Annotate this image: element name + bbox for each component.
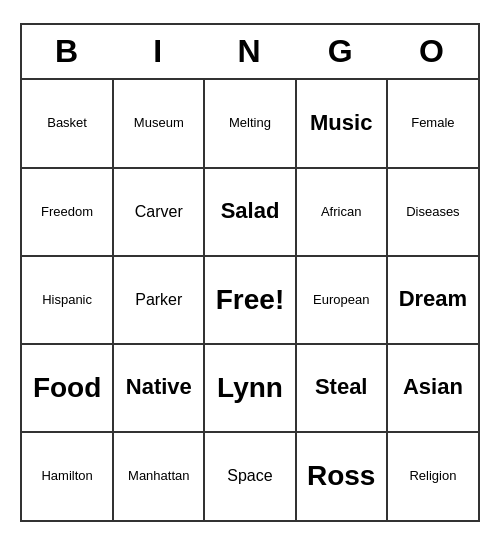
bingo-cell[interactable]: Space [204,432,295,520]
header-letter: N [204,25,295,78]
bingo-cell[interactable]: Salad [204,168,295,256]
bingo-cell[interactable]: Basket [22,80,113,168]
bingo-cell[interactable]: Carver [113,168,204,256]
cell-text: Freedom [41,204,93,220]
cell-text: Parker [135,290,182,309]
cell-text: Music [310,110,372,136]
bingo-cell[interactable]: African [296,168,387,256]
bingo-cell[interactable]: Hamilton [22,432,113,520]
bingo-cell[interactable]: Food [22,344,113,432]
cell-text: African [321,204,361,220]
header-letter: O [387,25,478,78]
bingo-cell[interactable]: Native [113,344,204,432]
header-letter: G [296,25,387,78]
cell-text: Diseases [406,204,459,220]
header-letter: B [22,25,113,78]
cell-text: Manhattan [128,468,189,484]
bingo-cell[interactable]: Ross [296,432,387,520]
bingo-cell[interactable]: Lynn [204,344,295,432]
cell-text: Basket [47,115,87,131]
cell-text: Space [227,466,272,485]
cell-text: Dream [399,286,467,312]
cell-text: Melting [229,115,271,131]
bingo-cell[interactable]: Free! [204,256,295,344]
bingo-cell[interactable]: Steal [296,344,387,432]
bingo-header: BINGO [22,25,478,80]
bingo-cell[interactable]: Asian [387,344,478,432]
cell-text: Hispanic [42,292,92,308]
cell-text: Free! [216,283,284,317]
bingo-cell[interactable]: Female [387,80,478,168]
cell-text: Salad [221,198,280,224]
cell-text: European [313,292,369,308]
cell-text: Religion [409,468,456,484]
bingo-cell[interactable]: Music [296,80,387,168]
cell-text: Lynn [217,371,283,405]
cell-text: Food [33,371,101,405]
bingo-cell[interactable]: Dream [387,256,478,344]
bingo-cell[interactable]: European [296,256,387,344]
cell-text: Native [126,374,192,400]
cell-text: Steal [315,374,368,400]
bingo-cell[interactable]: Religion [387,432,478,520]
cell-text: Museum [134,115,184,131]
bingo-cell[interactable]: Museum [113,80,204,168]
bingo-card: BINGO BasketMuseumMeltingMusicFemaleFree… [20,23,480,522]
cell-text: Ross [307,459,375,493]
header-letter: I [113,25,204,78]
bingo-cell[interactable]: Parker [113,256,204,344]
bingo-cell[interactable]: Hispanic [22,256,113,344]
bingo-cell[interactable]: Diseases [387,168,478,256]
cell-text: Carver [135,202,183,221]
bingo-cell[interactable]: Freedom [22,168,113,256]
cell-text: Asian [403,374,463,400]
cell-text: Female [411,115,454,131]
bingo-grid: BasketMuseumMeltingMusicFemaleFreedomCar… [22,80,478,520]
cell-text: Hamilton [41,468,92,484]
bingo-cell[interactable]: Melting [204,80,295,168]
bingo-cell[interactable]: Manhattan [113,432,204,520]
